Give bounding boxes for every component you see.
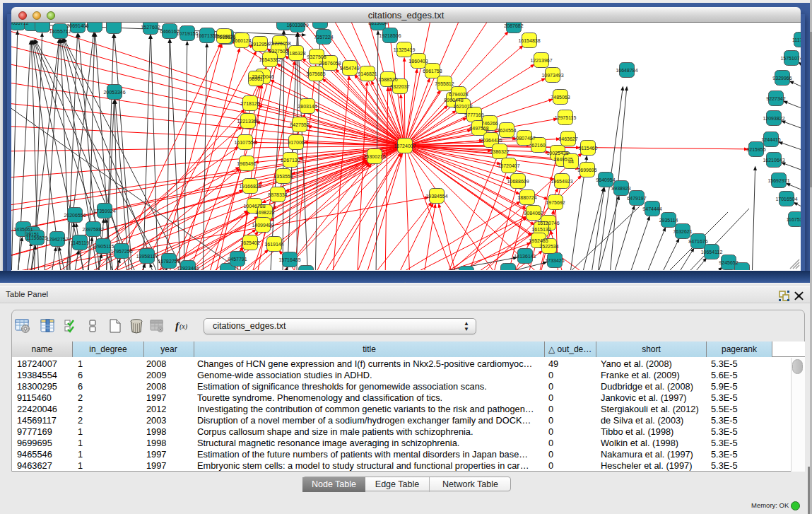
svg-text:10807487: 10807487 — [513, 136, 535, 141]
svg-text:14136141: 14136141 — [514, 254, 536, 259]
svg-text:16107552: 16107552 — [234, 140, 256, 145]
svg-text:12213369: 12213369 — [237, 119, 259, 124]
svg-text:16210643: 16210643 — [763, 158, 784, 163]
svg-text:3624554: 3624554 — [497, 128, 516, 133]
svg-text:19166825: 19166825 — [239, 184, 261, 189]
svg-text:9146821: 9146821 — [358, 71, 377, 76]
svg-text:8454749: 8454749 — [340, 66, 359, 71]
svg-text:62160: 62160 — [531, 143, 546, 148]
svg-text:23226058: 23226058 — [269, 41, 290, 46]
svg-text:20691406: 20691406 — [66, 23, 88, 28]
svg-text:9474444: 9474444 — [642, 206, 661, 211]
svg-text:9699695: 9699695 — [577, 168, 596, 173]
svg-text:12942757: 12942757 — [46, 237, 68, 242]
svg-text:8660124: 8660124 — [232, 38, 251, 43]
svg-text:10025438: 10025438 — [546, 151, 568, 156]
svg-text:8471676: 8471676 — [688, 239, 707, 244]
svg-text:7386322: 7386322 — [490, 149, 509, 154]
svg-text:746266: 746266 — [481, 121, 498, 126]
svg-text:20053346: 20053346 — [103, 90, 125, 95]
svg-text:12923446: 12923446 — [177, 266, 199, 271]
svg-text:2718126: 2718126 — [240, 101, 259, 106]
svg-text:9227342: 9227342 — [766, 96, 785, 101]
svg-text:9084067: 9084067 — [524, 211, 543, 216]
svg-text:1880724: 1880724 — [517, 195, 536, 200]
svg-text:19218506: 19218506 — [379, 33, 401, 38]
svg-text:1952485: 1952485 — [529, 238, 548, 243]
svg-text:6497568: 6497568 — [469, 126, 488, 131]
svg-text:12975115: 12975115 — [555, 115, 577, 120]
svg-text:1244415: 1244415 — [761, 137, 780, 142]
svg-text:3498222: 3498222 — [255, 210, 274, 215]
svg-text:8878334: 8878334 — [268, 192, 287, 197]
svg-text:1353559: 1353559 — [273, 174, 293, 179]
svg-text:1167533: 1167533 — [787, 217, 801, 222]
svg-text:25300215: 25300215 — [363, 154, 385, 159]
svg-text:9327505: 9327505 — [269, 49, 288, 54]
svg-text:10973493: 10973493 — [541, 73, 563, 78]
svg-text:18724007: 18724007 — [394, 144, 416, 148]
svg-text:8186328: 8186328 — [286, 51, 305, 56]
svg-text:7955812: 7955812 — [435, 81, 454, 86]
svg-text:16782759: 16782759 — [158, 259, 180, 264]
svg-text:10688609: 10688609 — [507, 179, 529, 184]
svg-text:16543382: 16543382 — [259, 57, 281, 62]
svg-text:8267130: 8267130 — [281, 158, 300, 163]
svg-text:8215955: 8215955 — [746, 147, 765, 152]
svg-text:7632621: 7632621 — [673, 229, 692, 234]
svg-text:9245652: 9245652 — [719, 260, 738, 265]
svg-text:20206556: 20206556 — [64, 213, 86, 218]
svg-text:1860403: 1860403 — [408, 59, 428, 64]
svg-text:16648784: 16648784 — [616, 68, 637, 73]
svg-text:5322037: 5322037 — [390, 84, 409, 89]
svg-text:6479197: 6479197 — [627, 196, 646, 201]
svg-text:6794028: 6794028 — [449, 92, 468, 97]
svg-text:7485063: 7485063 — [551, 95, 570, 100]
svg-text:7625402: 7625402 — [240, 240, 259, 245]
svg-text:1527602: 1527602 — [141, 25, 160, 30]
svg-text:6961758: 6961758 — [423, 69, 442, 74]
svg-text:15692971: 15692971 — [767, 178, 789, 183]
svg-text:2522534: 2522534 — [539, 244, 558, 249]
svg-text:23676058: 23676058 — [319, 61, 341, 66]
svg-text:1621072: 1621072 — [453, 104, 472, 109]
svg-text:1975692: 1975692 — [546, 200, 565, 205]
svg-text:8427552: 8427552 — [290, 122, 309, 127]
svg-text:9457791: 9457791 — [228, 257, 247, 262]
svg-text:1733426: 1733426 — [545, 258, 564, 263]
svg-text:8938923: 8938923 — [611, 186, 630, 191]
svg-text:1965491: 1965491 — [237, 161, 256, 166]
svg-text:3675685: 3675685 — [306, 71, 325, 76]
svg-text:17016504: 17016504 — [775, 197, 797, 201]
svg-text:17957255: 17957255 — [110, 249, 132, 254]
svg-text:2087682: 2087682 — [504, 23, 523, 28]
svg-text:10719155: 10719155 — [176, 31, 198, 36]
svg-text:14055712: 14055712 — [11, 23, 29, 25]
svg-text:98961: 98961 — [249, 76, 263, 81]
svg-text:8912954: 8912954 — [250, 42, 269, 47]
svg-text:10654112: 10654112 — [701, 250, 723, 255]
svg-text:8990448: 8990448 — [444, 98, 463, 103]
svg-text:15720407: 15720407 — [498, 163, 519, 168]
svg-text:(x): (x) — [180, 322, 188, 331]
svg-text:23975887: 23975887 — [82, 227, 104, 232]
svg-text:11156829: 11156829 — [26, 235, 47, 240]
svg-text:14099489: 14099489 — [252, 223, 273, 228]
svg-text:917006: 917006 — [288, 140, 304, 145]
svg-text:9463627: 9463627 — [558, 136, 577, 141]
svg-text:8813054: 8813054 — [368, 23, 387, 25]
svg-text:9115460: 9115460 — [579, 146, 598, 151]
svg-text:14055712: 14055712 — [49, 29, 71, 34]
svg-text:44: 44 — [568, 159, 574, 164]
svg-text:20364436: 20364436 — [480, 138, 502, 143]
svg-text:1435061: 1435061 — [13, 227, 33, 232]
svg-text:15716485: 15716485 — [278, 257, 300, 262]
svg-text:2803144: 2803144 — [298, 104, 317, 109]
svg-text:12213967: 12213967 — [530, 58, 552, 63]
svg-text:19384554: 19384554 — [425, 194, 447, 199]
svg-text:9777169: 9777169 — [464, 112, 483, 117]
svg-text:16154838: 16154838 — [518, 38, 540, 43]
svg-text:11325419: 11325419 — [394, 47, 416, 52]
svg-text:12093822: 12093822 — [763, 116, 784, 121]
svg-text:15751074: 15751074 — [780, 56, 801, 61]
